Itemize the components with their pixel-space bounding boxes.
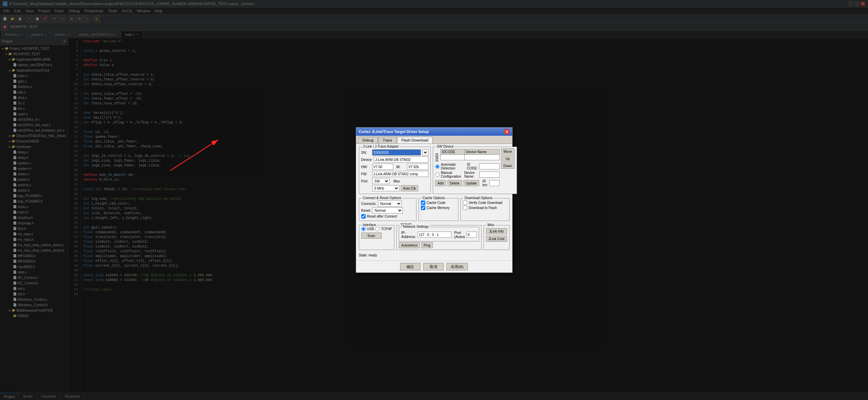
dll-label: dll: bbox=[396, 165, 406, 169]
tcpip-section: TCP/IP Network Settings IP-Address: Port… bbox=[396, 225, 481, 250]
dialog-close-btn[interactable]: ✕ bbox=[504, 129, 509, 134]
reset-select[interactable]: Normal Hardware Software bbox=[372, 207, 403, 213]
reset-after-connect-row: Reset after Connect bbox=[361, 214, 414, 219]
id-code-input[interactable] bbox=[479, 163, 500, 169]
up-btn[interactable]: Up bbox=[501, 155, 515, 162]
usb-radio-row: USB TCP/IP bbox=[361, 227, 392, 231]
swdio-label: SWDI bbox=[435, 148, 439, 162]
fw-input[interactable] bbox=[372, 171, 428, 177]
delete-btn[interactable]: Delete bbox=[447, 180, 462, 186]
cancel-btn[interactable]: 取消 bbox=[423, 263, 444, 270]
sw-device-title: SW Device bbox=[436, 145, 455, 148]
download-to-flash-checkbox[interactable] bbox=[463, 206, 467, 210]
manual-config-radio[interactable] bbox=[435, 173, 440, 177]
ok-btn[interactable]: 确定 bbox=[400, 263, 421, 270]
sw-table: IDCODE Device Name bbox=[440, 149, 500, 160]
sn-input[interactable] bbox=[372, 149, 421, 155]
cache-code-label: Cache Code bbox=[427, 201, 446, 205]
scan-btn[interactable]: Scan bbox=[361, 233, 382, 239]
dialog-tab-strip: Debug Trace Flash Download bbox=[356, 136, 512, 144]
id-code-label: ID CODE: bbox=[467, 163, 478, 170]
tcpip-radio[interactable] bbox=[375, 227, 380, 231]
port-label: Port: bbox=[361, 179, 371, 183]
port-input[interactable] bbox=[467, 232, 477, 238]
misc-section: Misc JLink Info JLink Cmd bbox=[484, 225, 509, 250]
state-bar: State: ready bbox=[359, 253, 509, 257]
cache-memory-row: Cache Memory bbox=[421, 206, 456, 210]
ip-input[interactable] bbox=[417, 232, 452, 238]
verify-code-checkbox[interactable] bbox=[463, 201, 467, 205]
device-label: Device: bbox=[361, 158, 372, 162]
dialog-tab-trace[interactable]: Trace bbox=[378, 137, 397, 144]
hw-label: HW: bbox=[361, 165, 371, 169]
autodetect-btn[interactable]: Autodetect bbox=[399, 242, 420, 248]
dialog-tab-flash[interactable]: Flash Download bbox=[397, 137, 433, 144]
jlink-info-btn[interactable]: JLink Info bbox=[486, 228, 507, 234]
reset-label: Reset: bbox=[361, 209, 371, 212]
jlink-cmd-btn[interactable]: JLink Cmd bbox=[486, 236, 507, 242]
move-btn[interactable]: Move bbox=[501, 148, 515, 154]
update-btn[interactable]: Update bbox=[463, 180, 479, 186]
port-row: Port: SW JTAG Max bbox=[361, 178, 428, 184]
cache-code-checkbox[interactable] bbox=[421, 201, 425, 205]
sn-select[interactable] bbox=[422, 149, 428, 155]
cache-options-title: Cache Options bbox=[422, 196, 446, 200]
dll-input[interactable] bbox=[407, 164, 428, 170]
sw-buttons-row: Add Delete Update IR len: bbox=[435, 179, 500, 187]
device-input[interactable] bbox=[374, 157, 428, 163]
ir-len-label: IR len: bbox=[483, 179, 488, 187]
connects-select[interactable]: Normal Under Reset bbox=[378, 201, 402, 207]
verify-code-label: Verify Code Download bbox=[469, 201, 502, 205]
dialog-title-bar: Cortex JLink//Trace Target Driver Setup … bbox=[356, 128, 512, 136]
sw-side-buttons: Move Up Down bbox=[501, 148, 515, 188]
device-name-input[interactable] bbox=[479, 172, 500, 178]
interface-title: Interface bbox=[362, 223, 377, 227]
max-label: Max bbox=[394, 179, 403, 183]
add-btn[interactable]: Add bbox=[435, 180, 446, 186]
ip-label: IP-Address: bbox=[401, 231, 416, 239]
device-name-label: Device Name: bbox=[464, 171, 478, 178]
dialog-title: Cortex JLink//Trace Target Driver Setup bbox=[359, 130, 429, 134]
port-select[interactable]: SW JTAG bbox=[372, 178, 390, 184]
sw-table-row bbox=[440, 154, 499, 160]
download-to-flash-label: Download to Flash bbox=[469, 206, 497, 210]
sw-device-section: SW Device SWDI IDCODE Device Name bbox=[433, 147, 517, 194]
cache-memory-checkbox[interactable] bbox=[421, 206, 425, 210]
dialog-footer: 确定 取消 应用(A) bbox=[356, 261, 512, 272]
sw-col-device-name: Device Name bbox=[465, 149, 499, 154]
usb-label: USB bbox=[367, 227, 374, 231]
sw-device-cell bbox=[465, 154, 499, 160]
driver-setup-dialog: Cortex JLink//Trace Target Driver Setup … bbox=[356, 127, 513, 273]
connects-label: Connects: bbox=[361, 202, 377, 206]
jlink-section: J-Link / J-Trace Adapter SN: Device: HW:… bbox=[359, 147, 431, 194]
device-row: Device: bbox=[361, 157, 428, 163]
reset-after-connect-checkbox[interactable] bbox=[361, 214, 366, 219]
auto-detect-radio[interactable] bbox=[435, 164, 440, 169]
auto-clk-btn[interactable]: Auto Clk bbox=[401, 185, 418, 191]
hw-row: HW: dll: bbox=[361, 164, 428, 170]
fw-label: FW: bbox=[361, 172, 371, 176]
download-to-flash-row: Download to Flash bbox=[463, 206, 507, 210]
dialog-tab-debug[interactable]: Debug bbox=[358, 137, 378, 144]
misc-title: Misc bbox=[487, 223, 496, 227]
jlink-section-title: J-Link / J-Trace Adapter bbox=[362, 145, 400, 148]
port-label: Port (Autos bbox=[454, 231, 465, 239]
hw-input[interactable] bbox=[372, 164, 394, 170]
download-options-section: Download Options Verify Code Download Do… bbox=[460, 198, 509, 221]
verify-code-row: Verify Code Download bbox=[463, 201, 507, 205]
usb-radio[interactable] bbox=[361, 227, 366, 231]
apply-btn[interactable]: 应用(A) bbox=[446, 263, 468, 270]
manual-config-row: Manual Configuration Device Name: bbox=[435, 171, 500, 178]
auto-detect-row: Automatic Detection ID CODE: bbox=[435, 163, 500, 170]
tcpip-label: TCP/IP bbox=[381, 227, 392, 231]
ir-len-input[interactable] bbox=[489, 180, 500, 186]
down-btn[interactable]: Down bbox=[501, 163, 515, 169]
cache-memory-label: Cache Memory bbox=[427, 206, 450, 210]
connect-reset-title: Connect & Reset Options bbox=[362, 196, 402, 200]
max-select[interactable]: 5 MHz 1 MHz 10 MHz bbox=[372, 185, 399, 191]
svg-line-1 bbox=[170, 140, 218, 171]
network-settings-title: Network Settings bbox=[402, 225, 430, 228]
sw-idcode-cell bbox=[440, 154, 465, 160]
ping-btn[interactable]: Ping bbox=[421, 242, 433, 248]
cache-code-row: Cache Code bbox=[421, 201, 456, 205]
